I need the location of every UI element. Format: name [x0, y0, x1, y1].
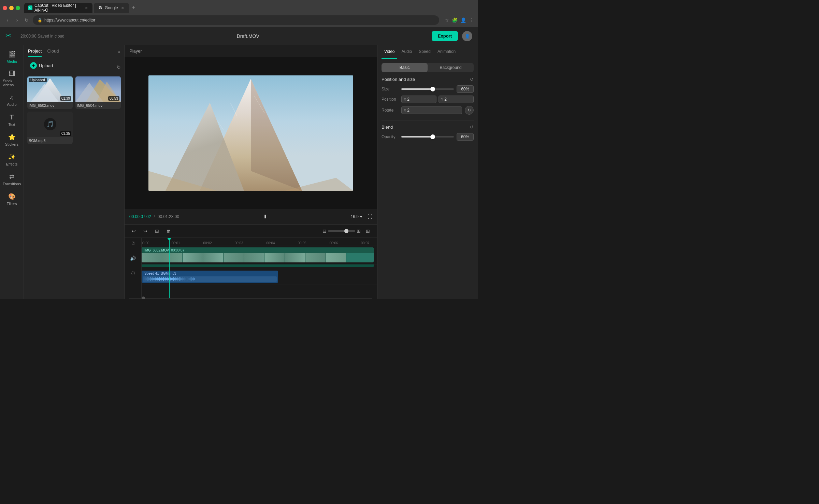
position-row: Position X 2 Y 2: [382, 96, 474, 103]
rp-tab-video[interactable]: Video: [382, 45, 397, 59]
rp-tab-audio[interactable]: Audio: [399, 45, 415, 59]
export-button[interactable]: Export: [432, 31, 458, 41]
rotate-x-label: X: [404, 108, 406, 112]
timeline-ruler: 00:00 00:01 00:02 00:03 00:04 00:05 00:0…: [142, 238, 377, 245]
zoom-slider[interactable]: [328, 230, 355, 232]
timeline-scrollbar[interactable]: [129, 298, 372, 299]
audio-track-toggle[interactable]: 🔊: [130, 256, 136, 261]
split-btn[interactable]: ⊟: [153, 227, 161, 235]
blend-header: Blend ↺: [382, 125, 474, 130]
track-thumb-5: [224, 253, 244, 262]
opacity-slider-thumb: [430, 134, 435, 139]
media-duration-2: 03:35: [60, 131, 71, 136]
play-pause-btn[interactable]: ⏸: [260, 212, 270, 221]
video-track-row: IMG_6502.MOV 00:00:07: [142, 245, 377, 264]
panel-collapse-btn[interactable]: «: [117, 49, 120, 54]
new-tab-btn[interactable]: +: [132, 4, 135, 12]
address-bar[interactable]: 🔒 https://www.capcut.cn/editor: [33, 15, 439, 25]
stickers-icon: ⭐: [8, 133, 16, 141]
media-item-2[interactable]: 🎵 03:35 BGM.mp3: [27, 112, 73, 144]
grid-view-btn[interactable]: ⊞: [363, 227, 372, 235]
rotate-x-input[interactable]: X 2: [401, 106, 462, 114]
fullscreen-btn[interactable]: ⛶: [368, 214, 372, 219]
user-avatar[interactable]: 👤: [462, 31, 472, 41]
tab-cloud[interactable]: Cloud: [47, 48, 59, 57]
media-item-0[interactable]: Uploaded 01:39 IMG_6502.mov: [27, 76, 73, 109]
rp-tab-animation[interactable]: Animation: [435, 45, 458, 59]
close-window-btn[interactable]: [3, 6, 7, 10]
blend-reset-btn[interactable]: ↺: [470, 125, 474, 130]
upload-button[interactable]: + Upload: [27, 61, 56, 70]
zoom-in-btn[interactable]: ⊞: [357, 228, 361, 234]
audio-waveform: [143, 276, 277, 282]
sidebar-item-effects[interactable]: ✨ Effects: [2, 150, 22, 169]
sidebar-item-transitions[interactable]: ⇄ Transitions: [2, 170, 22, 189]
pause-icon: ⏸: [262, 214, 268, 220]
size-value-input[interactable]: [457, 85, 474, 93]
main-content: 🎬 Media 🎞 Stock videos ♫ Audio T Text ⭐ …: [0, 45, 478, 299]
minimize-window-btn[interactable]: [9, 6, 14, 10]
audio-track[interactable]: Speed 4x BGM.mp3: [142, 271, 278, 283]
position-x-input[interactable]: X 2: [401, 96, 436, 103]
rp-tab-speed[interactable]: Speed: [416, 45, 433, 59]
video-track-header: IMG_6502.MOV 00:00:07: [142, 247, 374, 253]
media-duration-1: 00:53: [108, 96, 119, 101]
text-icon: T: [10, 113, 14, 121]
audio-track-2-btn[interactable]: ⏱: [131, 271, 135, 276]
profile-btn[interactable]: 👤: [460, 17, 466, 23]
redo-btn[interactable]: ↪: [141, 227, 150, 235]
video-track-toggle[interactable]: 🖥: [131, 241, 135, 246]
media-thumbnail-1: 00:53: [75, 76, 121, 102]
sidebar-item-stock[interactable]: 🎞 Stock videos: [2, 68, 22, 90]
maximize-window-btn[interactable]: [16, 6, 20, 10]
menu-btn[interactable]: ⋮: [469, 17, 474, 23]
opacity-value-input[interactable]: [457, 133, 474, 141]
playhead[interactable]: [169, 238, 170, 298]
forward-btn[interactable]: ›: [14, 17, 20, 24]
opacity-slider[interactable]: [401, 136, 454, 138]
rotate-mode-btn[interactable]: ↻: [465, 106, 474, 115]
audio-waveform-underlay: [142, 264, 377, 268]
sidebar-item-media[interactable]: 🎬 Media: [2, 48, 22, 66]
panel-body: + Upload ↻: [24, 57, 124, 299]
position-y-input[interactable]: Y 2: [439, 96, 474, 103]
position-size-title: Position and size: [382, 77, 415, 82]
capcut-tab[interactable]: C CapCut | Video Editor | All-In-O ✕: [24, 3, 92, 13]
section-divider: [382, 120, 474, 120]
stock-icon: 🎞: [9, 70, 15, 77]
panel-tabs: Project Cloud «: [24, 45, 124, 57]
sidebar-item-stickers[interactable]: ⭐ Stickers: [2, 131, 22, 149]
star-btn[interactable]: ☆: [445, 17, 449, 23]
position-reset-btn[interactable]: ↺: [470, 77, 474, 82]
undo-btn[interactable]: ↩: [129, 227, 138, 235]
ruler-tick-3: 00:03: [234, 241, 243, 245]
capcut-tab-close[interactable]: ✕: [84, 5, 88, 10]
audio-icon: ♫: [10, 94, 14, 101]
google-tab[interactable]: G Google ✕: [94, 3, 129, 13]
topbar: ✂ 20:00:00 Saved in cloud Draft.MOV Expo…: [0, 27, 478, 45]
zoom-thumb: [344, 229, 348, 233]
sidebar-item-audio[interactable]: ♫ Audio: [2, 91, 22, 109]
media-item-1[interactable]: 00:53 IMG_6504.mov: [75, 76, 121, 109]
zoom-out-btn[interactable]: ⊟: [322, 228, 327, 234]
player-area: Player: [125, 45, 377, 299]
sidebar-item-filters[interactable]: 🎨 Filters: [2, 190, 22, 208]
track-thumb-7: [264, 253, 285, 262]
scrollbar-thumb[interactable]: [142, 297, 145, 299]
media-panel: Project Cloud « + Upload ↻: [24, 45, 125, 299]
size-slider[interactable]: [401, 88, 454, 90]
tab-project[interactable]: Project: [28, 48, 42, 57]
video-track[interactable]: IMG_6502.MOV 00:00:07: [142, 247, 374, 262]
google-tab-close[interactable]: ✕: [120, 5, 125, 10]
refresh-btn[interactable]: ↻: [117, 64, 121, 70]
back-btn[interactable]: ‹: [4, 17, 11, 24]
extensions-btn[interactable]: 🧩: [452, 17, 458, 23]
background-tab-btn[interactable]: Background: [428, 63, 474, 72]
sidebar-item-text[interactable]: T Text: [2, 111, 22, 129]
basic-tab-btn[interactable]: Basic: [382, 63, 428, 72]
size-label: Size: [382, 87, 399, 91]
position-xy-group: X 2 Y 2: [401, 96, 474, 103]
aspect-ratio-selector[interactable]: 16:9 ▾: [351, 214, 362, 219]
delete-btn[interactable]: 🗑: [164, 227, 173, 235]
reload-btn[interactable]: ↻: [23, 17, 30, 24]
